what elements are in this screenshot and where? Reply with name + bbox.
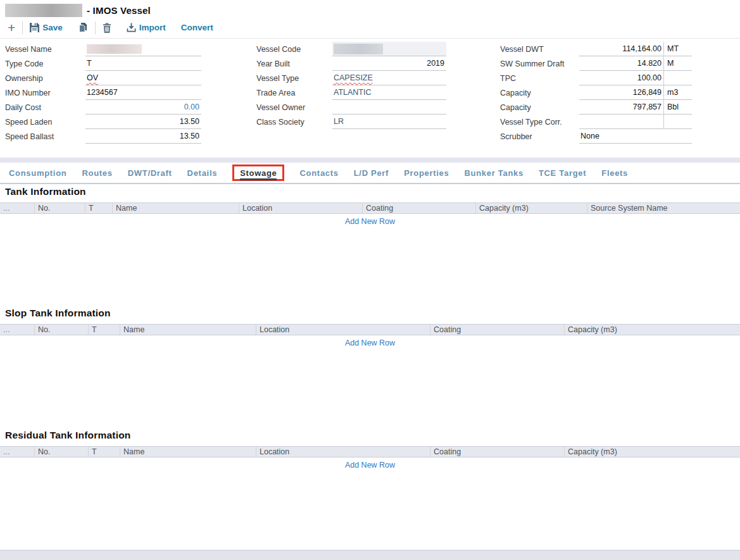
form-column-middle: Vessel Code Year Built 2019 Vessel Type … [256,42,446,129]
speed-laden-label: Speed Laden [5,118,85,127]
column-header-no: No. [35,325,89,335]
field-row: Scrubber None [500,129,692,144]
ownership-input[interactable]: OV [85,71,201,85]
slop-add-new-row-link[interactable]: Add New Row [0,339,740,347]
vessel-type-label: Vessel Type [256,74,332,83]
toolbar: + Save Import Convert [0,18,740,37]
field-row: Vessel Code [256,42,446,56]
vessel-type-corr-input[interactable] [579,115,692,129]
tab-consumption[interactable]: Consumption [9,168,66,178]
ownership-label: Ownership [5,74,85,83]
column-header-capacity: Capacity (m3) [476,203,587,213]
daily-cost-input[interactable]: 0.00 [85,100,201,115]
column-header-source-system-name: Source System Name [587,203,740,213]
tpc-input[interactable]: 100.00 [579,71,692,85]
trade-area-label: Trade Area [256,89,332,97]
capacity-bbl-unit: Bbl [663,100,692,115]
tab-stowage[interactable]: Stowage [240,168,277,180]
capacity-m3-input[interactable]: 126,849 m3 [579,85,692,100]
vessel-code-input[interactable] [332,42,446,56]
vessel-name-input[interactable] [85,42,201,56]
column-header-location: Location [256,325,430,335]
vessel-owner-label: Vessel Owner [256,103,332,112]
imo-number-input[interactable]: 1234567 [85,85,201,100]
type-code-label: Type Code [5,59,85,68]
tank-information-title: Tank Information [0,185,740,198]
residual-table-header: ... No. T Name Location Coating Capacity… [0,446,740,457]
import-button-label: Import [139,23,166,32]
residual-add-new-row-link[interactable]: Add New Row [0,461,740,470]
scrubber-label: Scrubber [500,132,579,141]
save-button[interactable]: Save [30,23,63,32]
delete-icon[interactable] [103,23,111,33]
import-icon [127,23,136,32]
field-row: Capacity 797,857 Bbl [500,100,692,115]
tab-fleets[interactable]: Fleets [601,168,628,178]
column-header-actions: ... [0,447,35,457]
column-header-coating: Coating [363,203,476,213]
field-row: Vessel Type Corr. [500,115,692,129]
tab-bunker-tanks[interactable]: Bunker Tanks [464,168,523,178]
field-row: IMO Number 1234567 [5,85,201,100]
field-row: Vessel Owner [256,100,446,115]
column-header-no: No. [35,447,89,457]
field-row: Speed Ballast 13.50 [5,129,201,144]
field-row: Year Built 2019 [256,56,446,71]
tank-information-section: Tank Information ... No. T Name Location… [0,185,740,226]
page-title: - IMOS Vessel [5,3,151,17]
vessel-name-label: Vessel Name [5,45,85,54]
toolbar-divider [22,22,23,34]
class-society-input[interactable]: LR [332,115,446,129]
capacity-m3-unit: m3 [663,85,692,100]
vessel-dwt-label: Vessel DWT [500,45,579,54]
scrubber-select[interactable]: None [579,129,692,144]
tab-contacts[interactable]: Contacts [299,168,338,178]
tab-details[interactable]: Details [187,168,218,178]
form-tabs-divider-band [0,158,740,163]
type-code-input[interactable]: T [85,56,201,71]
column-header-capacity: Capacity (m3) [565,447,740,457]
column-header-t: T [89,325,120,335]
field-row: Class Society LR [256,115,446,129]
column-header-actions: ... [0,203,35,213]
field-row: Ownership OV [5,71,201,85]
speed-ballast-input[interactable]: 13.50 [85,129,201,144]
capacity-bbl-input[interactable]: 797,857 Bbl [579,100,692,115]
sw-summer-draft-label: SW Summer Draft [500,59,579,68]
tab-bar: Consumption Routes DWT/Draft Details Sto… [0,163,740,184]
speed-ballast-label: Speed Ballast [5,132,85,141]
tab-properties[interactable]: Properties [404,168,449,178]
tpc-label: TPC [500,74,579,83]
tank-add-new-row-link[interactable]: Add New Row [0,217,740,226]
year-built-label: Year Built [256,59,332,68]
trade-area-input[interactable]: ATLANTIC [332,85,446,100]
speed-laden-input[interactable]: 13.50 [85,115,201,129]
convert-button-label: Convert [181,23,213,32]
tab-dwt-draft[interactable]: DWT/Draft [128,168,172,178]
daily-cost-label: Daily Cost [5,103,85,112]
convert-button[interactable]: Convert [181,23,213,32]
field-row: Daily Cost 0.00 [5,100,201,115]
new-button[interactable]: + [8,22,15,34]
tab-tce-target[interactable]: TCE Target [539,168,586,178]
vessel-owner-input[interactable] [332,100,446,115]
tab-routes[interactable]: Routes [82,168,112,178]
toolbar-separator [0,38,740,39]
column-header-t: T [89,447,120,457]
capacity-bbl-label: Capacity [500,103,579,112]
copy-icon[interactable] [78,23,88,33]
vessel-type-input[interactable]: CAPESIZE [332,71,446,85]
tab-ld-perf[interactable]: L/D Perf [354,168,389,178]
import-button[interactable]: Import [127,23,166,32]
tpc-unit [663,71,692,85]
year-built-input[interactable]: 2019 [332,56,446,71]
field-row: Trade Area ATLANTIC [256,85,446,100]
vessel-dwt-input[interactable]: 114,164.00 MT [579,42,692,56]
vessel-type-corr-label: Vessel Type Corr. [500,118,579,127]
field-row: SW Summer Draft 14.820 M [500,56,692,71]
residual-tank-information-section: Residual Tank Information ... No. T Name… [0,429,740,470]
sw-summer-draft-input[interactable]: 14.820 M [579,56,692,71]
slop-table-header: ... No. T Name Location Coating Capacity… [0,324,740,335]
column-header-location: Location [256,447,430,457]
redacted-value-block [87,44,142,54]
